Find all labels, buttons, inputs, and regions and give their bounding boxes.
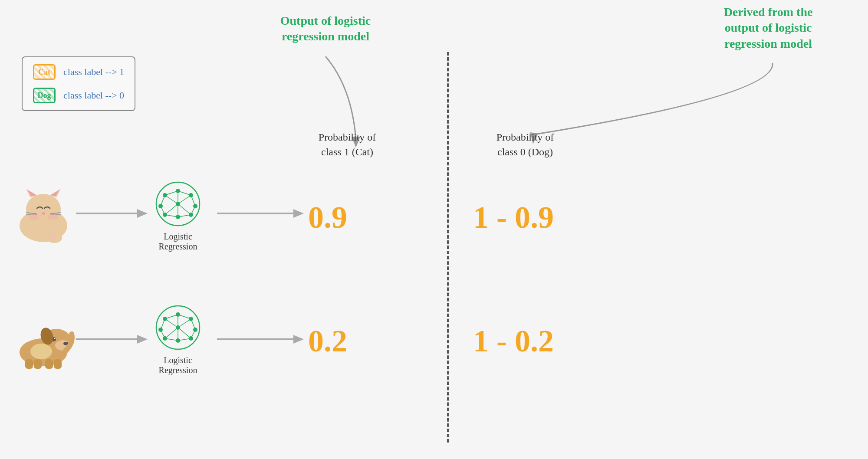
annotation-left: Output of logistic regression model — [256, 13, 395, 45]
cat-swatch-label: Cat — [38, 68, 50, 77]
svg-line-43 — [165, 204, 178, 215]
dog-swatch-label: Dog — [38, 91, 51, 100]
svg-line-79 — [165, 328, 178, 338]
svg-line-38 — [165, 195, 178, 204]
svg-point-24 — [49, 233, 56, 238]
svg-line-84 — [178, 338, 191, 341]
annotation-left-line1: Output of logistic — [280, 14, 371, 27]
svg-point-58 — [54, 338, 56, 339]
svg-line-83 — [165, 338, 178, 341]
main-container: Cat class label --> 1 Dog class label --… — [0, 0, 868, 459]
annotation-right-line1: Derived from the — [724, 5, 813, 19]
svg-marker-9 — [293, 335, 304, 344]
row2-model: Logistic Regression — [143, 304, 213, 375]
dog-animal-icon — [9, 312, 78, 370]
svg-rect-51 — [34, 359, 42, 369]
svg-line-36 — [178, 191, 191, 195]
svg-line-42 — [161, 206, 165, 215]
svg-line-73 — [161, 319, 165, 330]
svg-point-11 — [26, 194, 61, 224]
svg-line-48 — [178, 215, 191, 217]
svg-line-35 — [165, 191, 178, 195]
col-header-prob1: Probability of class 1 (Cat) — [299, 130, 395, 159]
svg-rect-50 — [25, 359, 33, 369]
svg-line-74 — [165, 319, 178, 328]
annotation-right: Derived from the output of logistic regr… — [690, 4, 846, 52]
svg-line-82 — [191, 330, 195, 338]
col-header-prob0: Probability of class 0 (Dog) — [477, 130, 573, 159]
annotation-right-line2: output of logistic — [725, 21, 812, 34]
svg-line-37 — [161, 195, 165, 206]
svg-rect-53 — [54, 359, 62, 369]
svg-point-22 — [48, 214, 58, 220]
row1-output-prob1: 0.9 — [308, 200, 347, 236]
legend-dog-item: Dog class label --> 0 — [33, 88, 124, 103]
legend-box: Cat class label --> 1 Dog class label --… — [22, 56, 135, 111]
svg-line-78 — [161, 330, 165, 338]
svg-line-77 — [191, 319, 195, 330]
svg-line-72 — [178, 315, 191, 319]
dog-swatch: Dog — [33, 88, 56, 103]
cat-animal-icon — [13, 187, 74, 245]
svg-point-16 — [42, 212, 45, 215]
svg-line-81 — [178, 328, 191, 338]
svg-line-76 — [178, 319, 191, 328]
svg-line-47 — [165, 215, 178, 217]
row1-model-line2: Regression — [159, 242, 197, 251]
row1-model: Logistic Regression — [143, 180, 213, 252]
legend-cat-item: Cat class label --> 1 — [33, 64, 124, 80]
dashed-divider — [447, 52, 449, 443]
svg-line-46 — [191, 206, 195, 215]
prob1-line1: Probability of — [319, 131, 376, 143]
svg-line-40 — [178, 195, 191, 204]
prob1-line2: class 1 (Cat) — [321, 146, 373, 157]
row2-output-prob0: 1 - 0.2 — [473, 323, 554, 359]
row2-model-line2: Regression — [159, 365, 197, 375]
annotation-left-line2: regression model — [282, 30, 369, 43]
svg-marker-5 — [293, 209, 304, 218]
row1-output-prob0: 1 - 0.9 — [473, 200, 554, 236]
row1-model-line1: Logistic — [164, 232, 192, 241]
dog-class-label: class label --> 0 — [63, 90, 124, 101]
annotation-right-line3: regression model — [724, 37, 812, 50]
svg-line-45 — [178, 204, 191, 215]
svg-line-71 — [165, 315, 178, 319]
row2-output-prob1: 0.2 — [308, 323, 347, 359]
row2-model-label: Logistic Regression — [143, 355, 213, 375]
svg-rect-52 — [45, 359, 53, 369]
prob0-line1: Probability of — [496, 131, 554, 143]
cat-class-label: class label --> 1 — [63, 66, 124, 78]
row2-model-line1: Logistic — [164, 355, 192, 365]
svg-point-60 — [30, 344, 52, 359]
prob0-line2: class 0 (Dog) — [497, 146, 553, 157]
svg-line-41 — [191, 195, 195, 206]
cat-swatch: Cat — [33, 64, 56, 80]
svg-point-21 — [29, 214, 39, 220]
row1-model-label: Logistic Regression — [143, 232, 213, 252]
